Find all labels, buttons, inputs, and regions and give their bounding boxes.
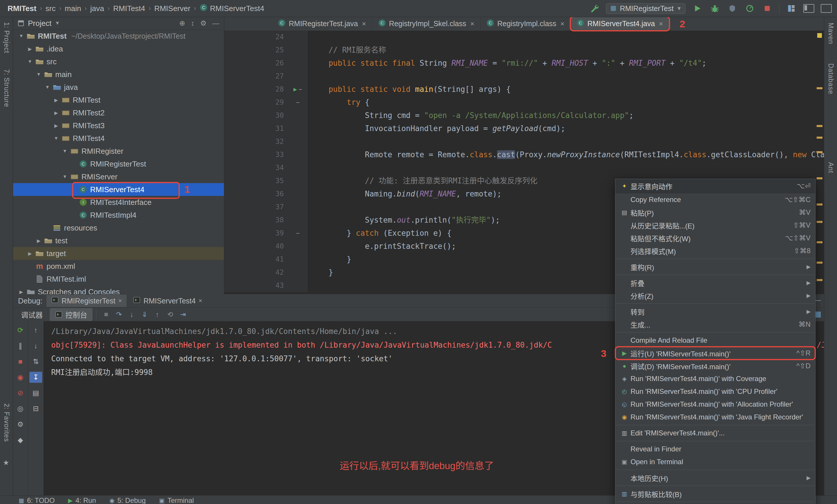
tree-item[interactable]: ▼RMIRegister xyxy=(13,145,224,157)
tool-button-structure[interactable]: 7: Structure xyxy=(3,69,11,107)
tool-button-favorites[interactable]: 2: Favorites xyxy=(3,404,11,442)
view-breakpoints-icon[interactable]: ◉ xyxy=(14,372,27,383)
locate-icon[interactable]: ⊕ xyxy=(179,19,185,27)
menu-item[interactable]: ▤粘贴(P)⌘V xyxy=(616,206,815,219)
editor-line[interactable]: 31 InvocationHandler payload = getPayloa… xyxy=(224,122,824,135)
menu-item[interactable]: ▥与剪贴板比较(B) xyxy=(616,487,815,500)
expand-chevron-icon[interactable]: ▶ xyxy=(52,123,60,129)
debug-tab[interactable]: RMIServerTest4× xyxy=(128,295,207,307)
breadcrumb-item[interactable]: java xyxy=(90,4,104,13)
step-over-icon[interactable]: ↷ xyxy=(112,309,125,320)
rerun-debugger-icon[interactable]: ⟳ xyxy=(14,325,27,336)
menu-item[interactable]: Compile And Reload File xyxy=(616,334,815,347)
tree-item[interactable]: resources xyxy=(13,222,224,234)
editor-line[interactable]: 27 xyxy=(224,70,824,83)
close-icon[interactable]: × xyxy=(470,20,474,28)
tool-button-run[interactable]: ▶4: Run xyxy=(68,497,96,504)
tree-item[interactable]: ▶RMITest3 xyxy=(13,119,224,132)
editor-tab[interactable]: CRMIServerTest4.java×2 xyxy=(571,17,669,31)
stop-icon[interactable] xyxy=(762,3,773,14)
tree-item[interactable]: ▶RMITest2 xyxy=(13,106,224,119)
breadcrumb-item[interactable]: RMIServer xyxy=(154,4,190,13)
stop-icon[interactable]: ■ xyxy=(14,356,27,367)
close-icon[interactable]: × xyxy=(118,297,122,305)
warning-stripe-mark[interactable] xyxy=(817,203,822,205)
profiler-icon[interactable] xyxy=(744,3,755,14)
menu-item[interactable]: 粘贴但不格式化(W)⌥⇧⌘V xyxy=(616,232,815,244)
editor-line[interactable]: 34 xyxy=(224,161,824,174)
expand-chevron-icon[interactable]: ▼ xyxy=(60,174,69,179)
step-into-icon[interactable]: ↓ xyxy=(125,309,138,320)
menu-item[interactable]: 本地历史(H)▶ xyxy=(616,471,815,484)
debug-icon[interactable] xyxy=(709,3,720,14)
menu-item[interactable]: 转到▶ xyxy=(616,305,815,318)
tree-item[interactable]: ▶test xyxy=(13,234,224,247)
step-out-icon[interactable]: ↑ xyxy=(151,309,164,320)
tree-item[interactable]: ▼RMIServer xyxy=(13,170,224,183)
tree-item[interactable]: RMITest.iml xyxy=(13,273,224,285)
menu-item[interactable]: 折叠▶ xyxy=(616,276,815,289)
up-stack-icon[interactable]: ↑ xyxy=(29,325,42,336)
close-icon[interactable]: × xyxy=(659,20,663,28)
coverage-icon[interactable] xyxy=(727,3,738,14)
restore-window-icon[interactable] xyxy=(803,4,814,13)
mute-breakpoints-icon[interactable]: ⊘ xyxy=(14,388,27,398)
expand-chevron-icon[interactable]: ▼ xyxy=(43,85,52,90)
tree-item[interactable]: ▶.idea xyxy=(13,42,224,55)
tree-item[interactable]: ▼src xyxy=(13,55,224,68)
chevron-down-icon[interactable]: ▼ xyxy=(55,20,60,26)
tree-item[interactable]: CRMITestImpl4 xyxy=(13,209,224,222)
editor-tab[interactable]: CRegistryImpl_Skel.class× xyxy=(372,17,480,31)
menu-item[interactable]: 生成...⌘N xyxy=(616,318,815,331)
run-line-icon[interactable]: ▶ xyxy=(293,83,297,96)
wrench-icon[interactable] xyxy=(589,3,600,14)
menu-item[interactable]: ✦显示意向动作⌥⏎ xyxy=(616,179,815,193)
tree-item[interactable]: ▼RMITest~/Desktop/JavaTestproject/RMITes… xyxy=(13,30,224,42)
close-icon[interactable]: × xyxy=(199,297,202,305)
tool-button-terminal[interactable]: ▣Terminal xyxy=(159,497,194,504)
window-grid-icon[interactable] xyxy=(786,3,797,14)
warning-stripe-mark[interactable] xyxy=(817,279,822,281)
expand-chevron-icon[interactable]: ▼ xyxy=(25,59,34,64)
editor-tab[interactable]: CRegistryImpl.class× xyxy=(480,17,571,31)
expand-chevron-icon[interactable]: ▶ xyxy=(17,289,25,295)
tree-item[interactable]: CRMIRegisterTest xyxy=(13,157,224,170)
menu-item[interactable]: 重构(R)▶ xyxy=(616,260,815,273)
tree-item[interactable]: ▼java xyxy=(13,81,224,94)
settings-icon[interactable]: ⚙ xyxy=(14,419,27,430)
menu-item[interactable]: 从历史记录粘贴...(E)⇧⌘V xyxy=(616,219,815,232)
menu-item[interactable]: ◉Run 'RMIServerTest4.main()' with 'Java … xyxy=(616,411,815,424)
editor-line[interactable]: 33 Remote remote = Remote.class.cast(Pro… xyxy=(224,148,824,161)
warning-stripe-mark[interactable] xyxy=(817,125,822,127)
warning-stripe-mark[interactable] xyxy=(817,137,822,139)
menu-item[interactable]: ●调试(D) 'RMIServerTest4.main()'^⇧D xyxy=(616,359,815,372)
warning-stripe-mark[interactable] xyxy=(817,87,822,89)
pin-icon[interactable]: ◆ xyxy=(14,434,27,446)
fold-icon[interactable]: − xyxy=(296,227,300,240)
menu-item[interactable]: ▥Edit 'RMIServerTest4.main()'... xyxy=(616,427,815,440)
tool-button-database[interactable]: Database xyxy=(827,63,835,94)
tool-button-maven[interactable]: Maven xyxy=(827,23,835,44)
expand-chevron-icon[interactable]: ▶ xyxy=(25,251,34,256)
editor-tab[interactable]: CRMIRegisterTest.java× xyxy=(272,17,372,31)
pause-icon[interactable]: ∥ xyxy=(14,340,27,351)
menu-item[interactable]: 分析(Z)▶ xyxy=(616,289,815,302)
tree-item[interactable]: ▶Scratches and Consoles xyxy=(13,285,224,294)
scroll-to-end-icon[interactable]: ↧ xyxy=(29,372,42,383)
editor-line[interactable]: 25 // RMI服务名称 xyxy=(224,43,824,57)
tree-item[interactable]: ▼RMITest4 xyxy=(13,132,224,145)
soft-wrap-icon[interactable]: ≡ xyxy=(100,309,112,320)
star-icon[interactable]: ★ xyxy=(3,459,9,467)
sort-frames-icon[interactable]: ⇅ xyxy=(29,356,42,367)
maximize-window-icon[interactable] xyxy=(821,4,832,13)
warning-stripe-mark[interactable] xyxy=(817,241,822,243)
project-panel-title[interactable]: Project xyxy=(28,19,52,28)
warning-stripe-mark[interactable] xyxy=(817,262,822,264)
tab-debugger[interactable]: 调试器 xyxy=(16,308,48,321)
camera-icon[interactable]: ◎ xyxy=(14,403,27,414)
menu-item[interactable]: ◴Run 'RMIServerTest4.main()' with 'CPU P… xyxy=(616,385,815,398)
breadcrumb-item[interactable]: RMITest4 xyxy=(113,4,145,13)
editor-line[interactable]: 30 String cmd = "open -a /System/Applica… xyxy=(224,109,824,122)
expand-chevron-icon[interactable]: ▼ xyxy=(52,136,60,141)
editor-line[interactable]: 24 xyxy=(224,31,824,43)
